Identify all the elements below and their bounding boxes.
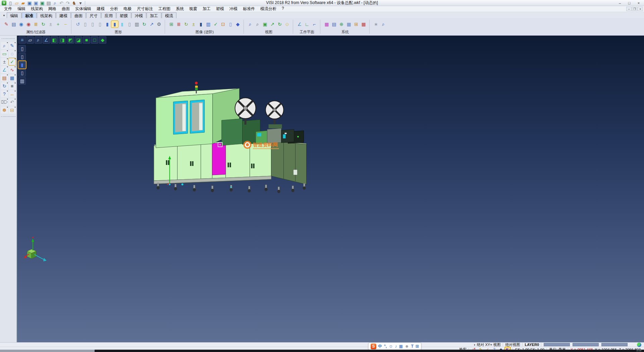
delete-trash-icon[interactable]: ⌦	[1, 98, 8, 105]
tab-模流[interactable]: 模流	[162, 12, 176, 18]
ime-toolbox-icon[interactable]: ⊞	[416, 344, 419, 348]
menu-建模[interactable]: 建模	[94, 6, 107, 12]
system-table-icon[interactable]: ▦	[345, 21, 352, 28]
tab-dropdown-button[interactable]: ▼	[1, 13, 7, 18]
ime-keyboard-icon[interactable]: ▦	[399, 344, 402, 348]
help-tool-icon[interactable]: ?	[1, 90, 8, 97]
matrix-icon[interactable]: ▦	[360, 21, 367, 28]
grid-view-icon[interactable]: ▦	[9, 74, 16, 81]
tab-线架构[interactable]: 线架构	[37, 12, 56, 18]
workplane-xyz-icon[interactable]: ∠	[296, 21, 303, 28]
graphics-settings-icon[interactable]: ⚙	[156, 21, 162, 28]
menu-冲模[interactable]: 冲模	[227, 6, 240, 12]
more-commands-icon[interactable]: ▾	[77, 0, 84, 6]
ime-skin-icon[interactable]: T	[411, 344, 413, 348]
attributes-brush-icon[interactable]: ✎	[3, 21, 10, 28]
menu-网格[interactable]: 网格	[46, 6, 59, 12]
view-axes-icon[interactable]: ∠	[43, 36, 50, 44]
menu-工程图[interactable]: 工程图	[156, 6, 173, 12]
redo-icon[interactable]: ↷	[65, 0, 71, 6]
show-refresh-icon[interactable]: ↻	[40, 21, 47, 28]
menu-加工[interactable]: 加工	[200, 6, 213, 12]
menu-线架构[interactable]: 线架构	[28, 6, 46, 12]
advanced-solid-icon[interactable]: ▮	[198, 21, 204, 28]
view-back-icon[interactable]: □	[91, 36, 98, 44]
display-shaded-icon[interactable]: ▮	[18, 61, 26, 69]
ime-voice-icon[interactable]: ♪	[395, 344, 397, 348]
new-file-icon[interactable]: ▯	[7, 0, 13, 6]
graphics-shaded-active-icon[interactable]: ▮	[111, 21, 118, 28]
advanced-striped-icon[interactable]: ▥	[205, 21, 212, 28]
zoom-extents-icon[interactable]: ⌕	[254, 21, 261, 28]
attributes-tool-icon[interactable]: ▤	[1, 74, 8, 81]
select-rect-icon[interactable]: ▭	[1, 50, 8, 57]
advanced-lights-icon[interactable]: ≣	[175, 21, 182, 28]
paste-folder-icon[interactable]: ⊟	[9, 106, 16, 114]
view-iso-icon[interactable]: ◆	[99, 36, 106, 44]
mdi-minimize-button[interactable]: –	[626, 7, 632, 11]
save-all-icon[interactable]: ▣	[39, 0, 45, 6]
print-icon[interactable]: ▤	[46, 0, 52, 6]
grid-select-icon[interactable]: ⊞	[353, 21, 360, 28]
ime-person-icon[interactable]: ☻	[405, 344, 409, 348]
hide-minus-icon[interactable]: −	[62, 21, 69, 28]
circle-sketch-icon[interactable]: ◌	[9, 50, 16, 57]
menu-分析[interactable]: 分析	[107, 6, 121, 12]
measure-icon[interactable]: ↔	[9, 90, 16, 97]
menu-?[interactable]: ?	[279, 6, 287, 12]
view-bottom-icon[interactable]: ◨	[59, 36, 66, 44]
regen-icon[interactable]: ↻	[1, 82, 8, 89]
graphics-export-icon[interactable]: ↗	[148, 21, 155, 28]
menu-编辑[interactable]: 编辑	[15, 6, 28, 12]
menu-尺寸标注[interactable]: 尺寸标注	[134, 6, 156, 12]
layer-field[interactable]: LAYER0	[525, 343, 539, 347]
advanced-clip-icon[interactable]: ⊡	[220, 21, 226, 28]
ime-emoji-icon[interactable]: ☺	[389, 344, 393, 348]
select-zoom-icon[interactable]: ⌕	[380, 21, 387, 28]
display-wireframe-icon[interactable]: ▯	[18, 45, 26, 52]
undo-tool-icon[interactable]: ↶	[9, 98, 16, 105]
open-file-icon[interactable]: ▱	[14, 0, 20, 6]
menu-电极[interactable]: 电极	[121, 6, 134, 12]
tab-编辑[interactable]: 编辑	[7, 12, 21, 18]
attributes-copy-icon[interactable]: ▤	[10, 21, 17, 28]
menu-标准件[interactable]: 标准件	[240, 6, 258, 12]
view-zoom-icon[interactable]: ⌕	[35, 36, 42, 44]
graphics-ghost-icon[interactable]: ▮	[119, 21, 125, 28]
menu-曲面[interactable]: 曲面	[59, 6, 72, 12]
preview-icon[interactable]: ⌕	[52, 0, 58, 6]
macro-icon[interactable]: ♞	[71, 0, 77, 6]
graphics-dashed-icon[interactable]: ▯	[97, 21, 103, 28]
select-filter-icon[interactable]: ∗	[373, 21, 379, 28]
view-top-icon[interactable]: ◧	[51, 36, 58, 44]
rotate-view-icon[interactable]: ↻	[276, 21, 283, 28]
advanced-check-icon[interactable]: ✓	[212, 21, 219, 28]
menu-视窗[interactable]: 视窗	[186, 6, 200, 12]
show-add-icon[interactable]: ◉	[18, 21, 24, 28]
erase-sketch-icon[interactable]: ✎	[9, 42, 16, 49]
view-mode-field[interactable]: 绝对视图	[505, 342, 520, 347]
tab-塑膜[interactable]: 塑膜	[116, 12, 131, 18]
workplane-align-icon[interactable]: ⌐	[311, 21, 318, 28]
show-toggle-icon[interactable]: ±	[47, 21, 54, 28]
spline-icon[interactable]: ∿	[9, 66, 16, 73]
menu-系统[interactable]: 系统	[173, 6, 186, 12]
menu-塑模[interactable]: 塑模	[213, 6, 227, 12]
ime-logo[interactable]: S	[371, 344, 376, 349]
advanced-toggle-icon[interactable]: ±	[190, 21, 197, 28]
workplane-move-icon[interactable]: ∟	[304, 21, 310, 28]
graphics-hidden-icon[interactable]: ▯	[89, 21, 96, 28]
minimize-button[interactable]: –	[615, 0, 625, 5]
tab-建模[interactable]: 建模	[56, 12, 71, 18]
zoom-window-icon[interactable]: ⌕	[247, 21, 254, 28]
hide-remove-icon[interactable]: ◉	[25, 21, 32, 28]
tab-标准[interactable]: 标准	[22, 12, 37, 18]
tab-尺寸[interactable]: 尺寸	[86, 12, 101, 18]
view-menu-icon[interactable]: ≡	[18, 36, 26, 44]
ime-punctuation-icon[interactable]: °,	[384, 344, 387, 348]
pan-view-icon[interactable]: ↗	[269, 21, 276, 28]
solid-view-icon[interactable]: ■	[9, 82, 16, 89]
zoom-range-icon[interactable]: ±	[1, 58, 8, 65]
advanced-refresh-icon[interactable]: ↻	[183, 21, 190, 28]
mdi-close-button[interactable]: ×	[638, 7, 643, 11]
